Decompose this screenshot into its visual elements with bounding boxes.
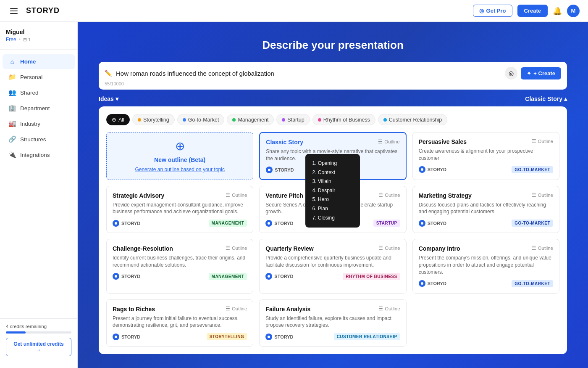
notification-bell-icon[interactable]: 🔔	[553, 6, 562, 16]
card-footer: STORYD RHYTHM OF BUSINESS	[265, 273, 400, 280]
card-desc: Provide expert management-consultant gui…	[113, 201, 247, 216]
card-title: Company Intro	[419, 245, 460, 252]
outline-button[interactable]: ☰ Outline	[532, 138, 553, 144]
card-footer: STORYD MANAGEMENT	[113, 220, 247, 227]
marketing-strategy-card[interactable]: Marketing Strategy ☰ Outline Discuss foc…	[412, 186, 559, 233]
card-title: Rags to Riches	[113, 306, 155, 312]
outline-button[interactable]: ☰ Outline	[378, 192, 400, 198]
structures-icon: 🔗	[8, 135, 16, 143]
new-outline-card[interactable]: ⊕ New outline (Beta) Generate an outline…	[106, 132, 253, 180]
hamburger-menu[interactable]	[8, 6, 19, 16]
sidebar-item-label: Home	[20, 58, 36, 65]
create-button[interactable]: Create	[517, 5, 548, 17]
card-title: Quarterly Review	[265, 245, 313, 252]
new-outline-link[interactable]: Generate an outline based on your topic	[135, 167, 224, 172]
sidebar-item-home[interactable]: ⌂ Home	[3, 54, 75, 69]
get-pro-button[interactable]: ◎ Get Pro	[473, 5, 512, 17]
card-footer: STORYD GO-TO-MARKET	[419, 280, 553, 287]
card-desc: Identify current business challenges, tr…	[113, 254, 247, 269]
storyd-badge: STORYD	[113, 273, 140, 280]
category-tab-go-to-market[interactable]: Go-to-Market	[177, 114, 225, 125]
outline-button[interactable]: ☰ Outline	[532, 192, 553, 198]
card-header: Company Intro ☰ Outline	[419, 245, 553, 254]
outline-button[interactable]: ☰ Outline	[226, 245, 247, 251]
card-desc: Study an identified failure, explore its…	[265, 315, 400, 329]
avatar[interactable]: M	[567, 5, 580, 17]
sidebar-item-department[interactable]: 🏢 Department	[3, 101, 75, 116]
storyd-icon	[113, 334, 119, 340]
card-footer: STORYD CUSTOMER RELATIONSHIP	[265, 333, 400, 340]
classic-story-card[interactable]: Classic Story ☰ Outline Share any topic …	[259, 132, 406, 180]
card-header: Persuasive Sales ☰ Outline	[419, 138, 553, 148]
outline-button[interactable]: ☰ Outline	[532, 245, 553, 251]
search-input[interactable]	[116, 70, 501, 77]
plus-icon: ✦	[527, 70, 531, 77]
challenge-resolution-card[interactable]: Challenge-Resolution ☰ Outline Identify …	[106, 239, 253, 293]
char-count: 55/10000	[105, 81, 561, 86]
go-to-market-dot	[183, 118, 186, 122]
category-tab-startup[interactable]: Startup	[276, 114, 310, 125]
storyd-badge: STORYD	[113, 220, 140, 227]
persuasive-sales-card[interactable]: Persuasive Sales ☰ Outline Create awaren…	[412, 132, 559, 180]
rags-to-riches-card[interactable]: Rags to Riches ☰ Outline Present a journ…	[106, 299, 253, 347]
quarterly-review-card[interactable]: Quarterly Review ☰ Outline Provide a com…	[259, 239, 406, 293]
create-search-button[interactable]: ✦ + Create	[521, 67, 561, 79]
list-icon: ☰	[378, 139, 383, 145]
strategic-advisory-card[interactable]: Strategic Advisory ☰ Outline Provide exp…	[106, 186, 253, 233]
card-title: Marketing Strategy	[419, 192, 472, 199]
category-tab-rhythm[interactable]: Rhythm of Business	[312, 114, 375, 125]
storyd-icon	[266, 167, 273, 173]
category-tab-storytelling[interactable]: Storytelling	[132, 114, 175, 125]
customer-dot	[383, 118, 387, 122]
card-header: Rags to Riches ☰ Outline	[113, 306, 247, 315]
failure-analysis-card[interactable]: Failure Analysis ☰ Outline Study an iden…	[259, 299, 406, 347]
ideas-dropdown-button[interactable]: Ideas ▾	[99, 95, 118, 102]
card-desc: Present the company's mission, offerings…	[419, 254, 553, 275]
new-outline-plus-icon: ⊕	[175, 139, 185, 153]
pencil-icon: ✏️	[105, 70, 112, 77]
sidebar-item-label: Integrations	[20, 152, 50, 158]
sidebar-item-personal[interactable]: 📁 Personal	[3, 69, 75, 85]
tag-badge: CUSTOMER RELATIONSHIP	[334, 333, 400, 340]
sidebar-item-integrations[interactable]: 🔌 Integrations	[3, 147, 75, 162]
outline-button[interactable]: ☰ Outline	[226, 306, 247, 312]
category-tab-management[interactable]: Management	[227, 114, 274, 125]
sidebar-item-shared[interactable]: 👥 Shared	[3, 85, 75, 100]
company-intro-card[interactable]: Company Intro ☰ Outline Present the comp…	[412, 239, 559, 293]
management-dot	[232, 118, 236, 122]
sidebar-footer: 4 credits remaining Get unlimited credit…	[0, 318, 77, 361]
card-header: Classic Story ☰ Outline	[266, 139, 399, 148]
storyd-badge: STORYD	[265, 334, 293, 340]
user-name: Miguel	[6, 29, 71, 35]
category-tabs: ⊕ All Storytelling Go-to-Market Manageme…	[106, 114, 559, 125]
search-area: ✏️ ◎ ✦ + Create 55/10000	[99, 62, 567, 90]
outline-button[interactable]: ☰ Outline	[378, 245, 400, 251]
outline-button[interactable]: ☰ Outline	[378, 306, 400, 312]
circle-icon: ◎	[479, 8, 484, 14]
card-footer: STORYD MANAGEMENT	[113, 273, 247, 280]
topnav-right: ◎ Get Pro Create 🔔 M	[473, 5, 580, 17]
sidebar-item-structures[interactable]: 🔗 Structures	[3, 132, 75, 147]
cards-grid: ⊕ New outline (Beta) Generate an outline…	[106, 132, 559, 347]
sidebar-item-industry[interactable]: 🏭 Industry	[3, 116, 75, 131]
card-header: Failure Analysis ☰ Outline	[265, 306, 400, 315]
list-icon: ☰	[532, 192, 536, 198]
industry-icon: 🏭	[8, 120, 16, 127]
card-title: Persuasive Sales	[419, 138, 467, 145]
brand-logo: STORYD	[26, 6, 60, 15]
tag-badge: GO-TO-MARKET	[512, 280, 553, 287]
classic-story-dropdown-button[interactable]: Classic Story ▴	[525, 95, 567, 102]
outline-button[interactable]: ☰ Outline	[226, 192, 247, 198]
outline-button[interactable]: ☰ Outline	[378, 139, 399, 145]
tooltip-item-3: 3. Villain	[312, 177, 353, 186]
category-tab-all[interactable]: ⊕ All	[106, 114, 130, 125]
category-tab-customer[interactable]: Customer Relationship	[378, 114, 447, 125]
magic-button[interactable]: ◎	[505, 67, 517, 79]
unlimited-credits-button[interactable]: Get unlimited credits →	[6, 338, 71, 356]
tooltip-item-2: 2. Context	[312, 168, 353, 177]
storyd-badge: STORYD	[419, 280, 446, 287]
filter-row: Ideas ▾ Classic Story ▴	[99, 95, 567, 102]
nav-items: ⌂ Home 📁 Personal 👥 Shared 🏢 Department …	[0, 50, 77, 318]
new-outline-title: New outline (Beta)	[154, 156, 205, 163]
card-header: Marketing Strategy ☰ Outline	[419, 192, 553, 201]
